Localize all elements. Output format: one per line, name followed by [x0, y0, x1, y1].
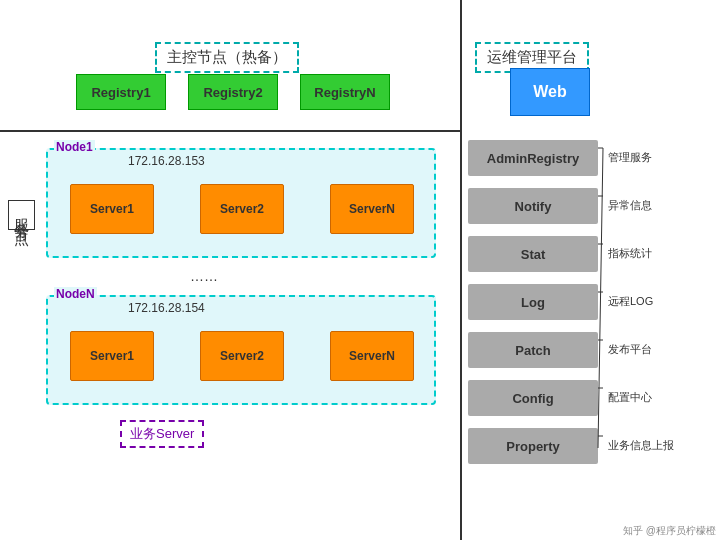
- patch-box: Patch: [468, 332, 598, 368]
- left-section-header: 主控节点（热备）: [155, 42, 299, 73]
- property-box: Property: [468, 428, 598, 464]
- node1-servern: ServerN: [330, 184, 414, 234]
- node1-server1: Server1: [70, 184, 154, 234]
- registry1-box: Registry1: [76, 74, 166, 110]
- registry2-box: Registry2: [188, 74, 278, 110]
- noden-label: NodeN: [54, 287, 97, 301]
- vertical-divider: [460, 0, 462, 540]
- noden-container: NodeN 172.16.28.154 Server1 Server2 Serv…: [46, 295, 436, 405]
- noden-servern: ServerN: [330, 331, 414, 381]
- notify-box: Notify: [468, 188, 598, 224]
- noden-ip: 172.16.28.154: [128, 301, 205, 315]
- connector-lines: [598, 130, 670, 470]
- node1-ip: 172.16.28.153: [128, 154, 205, 168]
- horizontal-divider: [0, 130, 460, 132]
- admin-registry-box: AdminRegistry: [468, 140, 598, 176]
- registryn-box: RegistryN: [300, 74, 390, 110]
- noden-server2: Server2: [200, 331, 284, 381]
- config-box: Config: [468, 380, 598, 416]
- dots-label: ……: [190, 268, 218, 284]
- side-label: 服务节点: [8, 200, 35, 230]
- business-server-label: 业务Server: [120, 420, 204, 448]
- log-box: Log: [468, 284, 598, 320]
- svg-line-0: [598, 148, 603, 448]
- web-box: Web: [510, 68, 590, 116]
- node1-container: Node1 172.16.28.153 Server1 Server2 Serv…: [46, 148, 436, 258]
- noden-server1: Server1: [70, 331, 154, 381]
- stat-box: Stat: [468, 236, 598, 272]
- node1-server2: Server2: [200, 184, 284, 234]
- watermark: 知乎 @程序员柠檬橙: [623, 524, 716, 538]
- node1-label: Node1: [54, 140, 95, 154]
